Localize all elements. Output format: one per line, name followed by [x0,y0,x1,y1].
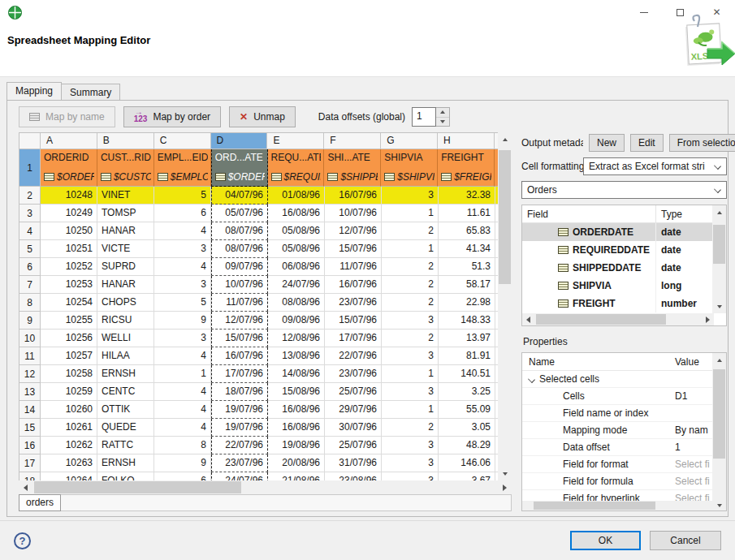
field-row-freight[interactable]: FREIGHTnumber [522,295,726,312]
cell-G3[interactable]: 1 [382,205,439,222]
row-header-11[interactable]: 11 [19,347,41,365]
cell-D13[interactable]: 18/07/96 [211,383,268,401]
cell-G7[interactable]: 2 [382,276,439,294]
cell-D7[interactable]: 10/07/96 [211,276,268,294]
cell-B13[interactable]: CENTC [97,383,154,401]
properties-vscrollbar[interactable] [712,353,726,511]
cell-B15[interactable]: QUEDE [97,419,154,437]
help-button[interactable]: ? [14,532,31,549]
cell-H15[interactable]: 3.05 [439,419,495,437]
cell-E8[interactable]: 08/08/96 [268,294,325,312]
cell-F8[interactable]: 23/07/96 [325,294,382,312]
cell-E10[interactable]: 12/08/96 [268,330,325,347]
cell-B4[interactable]: HANAR [97,222,154,240]
cell-H2[interactable]: 32.38 [439,187,495,205]
row-header-12[interactable]: 12 [19,365,41,383]
property-row-cells[interactable]: CellsD1 [522,388,726,405]
vertical-scroll-thumb[interactable] [713,369,725,459]
property-row-field-for-format[interactable]: Field for formatSelect fi [522,456,726,473]
cell-F2[interactable]: 16/07/96 [325,187,382,205]
field-row-orderdate[interactable]: ORDERDATEdate [522,223,726,241]
field-row-shipvia[interactable]: SHIPVIAlong [522,277,726,295]
column-header-G[interactable]: G [381,133,438,149]
sheet-tab-orders[interactable]: orders [19,494,61,511]
cell-H10[interactable]: 13.97 [439,330,495,347]
cell-C18[interactable]: 6 [154,472,211,480]
cell-C11[interactable]: 4 [154,347,211,365]
cell-B17[interactable]: ERNSH [97,454,154,472]
cell-E17[interactable]: 20/08/96 [268,454,325,472]
header-cell-B1[interactable]: CUST...RID$CUSTOM [97,149,154,187]
cell-E2[interactable]: 01/08/96 [268,187,325,205]
cell-D5[interactable]: 08/07/96 [211,240,268,258]
cell-H13[interactable]: 3.25 [439,383,495,401]
cell-B11[interactable]: HILAA [97,347,154,365]
cell-C7[interactable]: 3 [154,276,211,294]
cell-C4[interactable]: 4 [154,222,211,240]
cell-H9[interactable]: 148.33 [439,312,495,330]
cancel-button[interactable]: Cancel [650,531,721,550]
cell-G5[interactable]: 1 [382,240,439,258]
cell-H16[interactable]: 48.29 [439,437,495,454]
cell-D16[interactable]: 22/07/96 [211,437,268,454]
cell-C14[interactable]: 4 [154,401,211,419]
new-button[interactable]: New [589,134,625,152]
cell-F17[interactable]: 31/07/96 [325,454,382,472]
scroll-left-button[interactable] [19,480,32,494]
cell-H11[interactable]: 81.91 [439,347,495,365]
cell-C9[interactable]: 9 [154,312,211,330]
cell-E18[interactable]: 21/08/96 [268,472,325,480]
grid-corner[interactable] [19,133,41,149]
expand-chevron-icon[interactable] [528,376,535,383]
cell-F12[interactable]: 23/07/96 [325,365,382,383]
cell-B14[interactable]: OTTIK [97,401,154,419]
cell-D6[interactable]: 09/07/96 [211,258,268,276]
cell-F10[interactable]: 17/07/96 [325,330,382,347]
cell-H14[interactable]: 55.09 [439,401,495,419]
cell-E7[interactable]: 24/07/96 [268,276,325,294]
cell-E13[interactable]: 15/08/96 [268,383,325,401]
cell-C8[interactable]: 5 [154,294,211,312]
cell-formatting-dropdown[interactable]: Extract as Excel format stri [583,157,727,175]
field-row-requireddate[interactable]: REQUIREDDATEdate [522,241,726,259]
cell-F16[interactable]: 25/07/96 [325,437,382,454]
cell-A13[interactable]: 10259 [41,383,97,401]
row-header-10[interactable]: 10 [19,330,41,347]
cell-G10[interactable]: 2 [382,330,439,347]
cell-D14[interactable]: 19/07/96 [211,401,268,419]
cell-B9[interactable]: RICSU [97,312,154,330]
cell-F15[interactable]: 30/07/96 [325,419,382,437]
cell-H18[interactable]: 3.67 [439,472,495,480]
horizontal-scroll-thumb[interactable] [34,481,241,493]
header-cell-G1[interactable]: SHIPVIA$SHIPVIA [381,149,438,187]
cell-H4[interactable]: 65.83 [439,222,495,240]
cell-D11[interactable]: 16/07/96 [211,347,268,365]
cell-G17[interactable]: 3 [382,454,439,472]
cell-D2[interactable]: 04/07/96 [211,187,268,205]
cell-A5[interactable]: 10251 [41,240,97,258]
cell-E12[interactable]: 14/08/96 [268,365,325,383]
column-header-C[interactable]: C [154,133,211,149]
cell-A12[interactable]: 10258 [41,365,97,383]
cell-A18[interactable]: 10264 [41,472,97,480]
cell-B2[interactable]: VINET [97,187,154,205]
cell-G2[interactable]: 3 [382,187,439,205]
cell-C5[interactable]: 3 [154,240,211,258]
column-header-F[interactable]: F [324,133,381,149]
row-header-7[interactable]: 7 [19,276,41,294]
cell-A7[interactable]: 10253 [41,276,97,294]
vertical-scroll-thumb[interactable] [713,225,725,264]
field-row-shippeddate[interactable]: SHIPPEDDATEdate [522,259,726,277]
tab-mapping[interactable]: Mapping [6,82,62,101]
cell-F13[interactable]: 25/07/96 [325,383,382,401]
field-table-vscrollbar[interactable] [712,205,726,313]
property-row-field-name-or-index[interactable]: Field name or index [522,405,726,422]
property-group-row[interactable]: Selected cells [522,371,726,388]
cell-A15[interactable]: 10261 [41,419,97,437]
property-row-field-for-formula[interactable]: Field for formulaSelect fi [522,473,726,490]
cell-G16[interactable]: 3 [382,437,439,454]
cell-B8[interactable]: CHOPS [97,294,154,312]
cell-G9[interactable]: 3 [382,312,439,330]
header-cell-H1[interactable]: FREIGHT$FREIGHT [438,149,495,187]
cell-E15[interactable]: 16/08/96 [268,419,325,437]
